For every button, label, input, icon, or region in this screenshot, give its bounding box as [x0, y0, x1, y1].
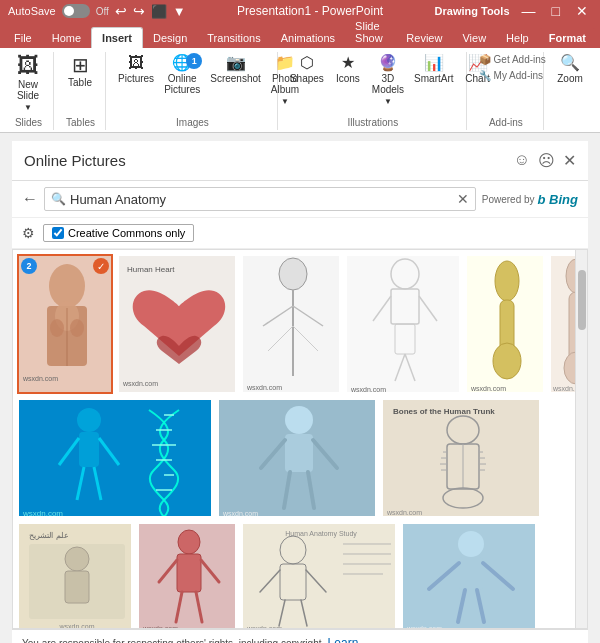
tab-home[interactable]: Home: [42, 28, 91, 48]
drawing-tools-label: Drawing Tools: [435, 5, 510, 17]
illustrations-group-label: Illustrations: [286, 115, 460, 128]
shapes-icon: ⬡: [300, 55, 314, 71]
dialog-wrapper: Online Pictures ☺ ☹ ✕ ← 🔍 ✕ Powered by b…: [0, 133, 600, 643]
zoom-button[interactable]: 🔍 Zoom: [552, 52, 588, 87]
dialog-close-icon[interactable]: ✕: [563, 151, 576, 170]
image-row-3: علم التشريح wsxdn.com: [17, 522, 583, 628]
icons-button[interactable]: ★ Icons: [330, 52, 366, 87]
bones-trunk-svg: Bones of the Human Trunk: [383, 400, 541, 518]
screenshot-icon: 📷: [226, 55, 246, 71]
minimize-button[interactable]: —: [518, 3, 540, 19]
image-cell-torso[interactable]: 2 ✓ wsxdn.com: [17, 254, 113, 394]
redo-icon[interactable]: ↪: [133, 3, 145, 19]
image-cell-limbs[interactable]: wsxdn.com: [465, 254, 545, 394]
tab-view[interactable]: View: [452, 28, 496, 48]
zoom-icon: 🔍: [560, 55, 580, 71]
search-mag-icon: 🔍: [51, 192, 66, 206]
screenshot-button[interactable]: 📷 Screenshot: [206, 52, 265, 87]
back-button[interactable]: ←: [22, 190, 38, 208]
scrollbar[interactable]: [575, 250, 587, 628]
svg-point-39: [77, 408, 101, 432]
filter-icon[interactable]: ⚙: [22, 225, 35, 241]
dropdown-arrow: ▼: [384, 97, 392, 106]
image-cell-sketch[interactable]: Human Anatomy Study w: [241, 522, 397, 628]
footer-bar: You are responsible for respecting other…: [12, 629, 588, 643]
dialog-title: Online Pictures: [24, 152, 126, 169]
heart-svg: Human Heart wsxdn.com: [119, 256, 237, 394]
torso-svg: wsxdn.com: [19, 256, 113, 394]
new-slide-icon: 🖼: [17, 55, 39, 77]
smartart-button[interactable]: 📊 SmartArt: [410, 52, 457, 87]
ribbon-group-illustrations: ⬡ Shapes ★ Icons 🔮 3DModels ▼ 📊 SmartArt: [280, 52, 467, 130]
image-cell-3d-body[interactable]: wsxdn.com: [217, 398, 377, 518]
tab-file[interactable]: File: [4, 28, 42, 48]
svg-rect-40: [79, 432, 99, 467]
close-button[interactable]: ✕: [572, 3, 592, 19]
image-cell-heart[interactable]: Human Heart wsxdn.com: [117, 254, 237, 394]
tables-buttons: ⊞ Table: [62, 52, 98, 115]
ribbon-tab-bar: File Home Insert Design Transitions Anim…: [0, 22, 600, 48]
illustrations-buttons: ⬡ Shapes ★ Icons 🔮 3DModels ▼ 📊 SmartArt: [286, 52, 496, 115]
my-addins-button[interactable]: 🔧 My Add-ins: [475, 68, 550, 83]
svg-text:wsxdn.com: wsxdn.com: [350, 386, 386, 393]
image-cell-skeleton[interactable]: wsxdn.com: [345, 254, 461, 394]
image-cell-blue-body[interactable]: wsxdn.com: [17, 398, 213, 518]
tab-format[interactable]: Format: [539, 28, 596, 48]
limbs-svg: wsxdn.com: [467, 256, 545, 394]
autosave-toggle[interactable]: [62, 4, 90, 18]
sad-icon[interactable]: ☹: [538, 151, 555, 170]
svg-point-12: [279, 258, 307, 290]
creative-commons-checkbox[interactable]: [52, 227, 64, 239]
tab-design[interactable]: Design: [143, 28, 197, 48]
tab-animations[interactable]: Animations: [271, 28, 345, 48]
online-pictures-button[interactable]: 1 🌐 OnlinePictures: [160, 52, 204, 98]
search-clear-button[interactable]: ✕: [457, 191, 469, 207]
pictures-button[interactable]: 🖼 Pictures: [114, 52, 158, 87]
image-cell-arabic[interactable]: علم التشريح wsxdn.com: [17, 522, 133, 628]
image-cell-red-anatomy[interactable]: wsxdn.com: [137, 522, 237, 628]
search-input-wrap: 🔍 ✕: [44, 187, 476, 211]
maximize-button[interactable]: □: [548, 3, 564, 19]
shapes-button[interactable]: ⬡ Shapes: [286, 52, 328, 87]
svg-point-29: [495, 261, 519, 301]
tab-insert[interactable]: Insert: [91, 27, 143, 48]
skeleton-svg: wsxdn.com: [347, 256, 461, 394]
svg-rect-19: [347, 256, 461, 394]
table-button[interactable]: ⊞ Table: [62, 52, 98, 91]
svg-rect-60: [383, 400, 541, 518]
ribbon-group-images: 🖼 Pictures 1 🌐 OnlinePictures 📷 Screensh…: [108, 52, 278, 130]
image-cell-nervous[interactable]: wsxdn.com: [241, 254, 341, 394]
red-anatomy-svg: wsxdn.com: [139, 524, 237, 628]
toolbar-icon-1[interactable]: ⬛: [151, 4, 167, 19]
undo-icon[interactable]: ↩: [115, 3, 127, 19]
title-bar-left: AutoSave Off ↩ ↪ ⬛ ▼: [8, 3, 186, 19]
tab-transitions[interactable]: Transitions: [197, 28, 270, 48]
svg-text:wsxdn.com: wsxdn.com: [142, 625, 178, 628]
sketch-svg: Human Anatomy Study w: [243, 524, 397, 628]
learn-more-link[interactable]: Learn: [328, 636, 359, 643]
disclaimer-row: You are responsible for respecting other…: [22, 636, 578, 643]
svg-point-82: [178, 530, 200, 554]
image-cell-blue-arms[interactable]: wsxdn.com: [401, 522, 537, 628]
smiley-icon[interactable]: ☺: [514, 151, 530, 170]
table-icon: ⊞: [72, 55, 89, 75]
search-input[interactable]: [70, 192, 457, 207]
tab-review[interactable]: Review: [396, 28, 452, 48]
tab-slideshow[interactable]: Slide Show: [345, 16, 396, 48]
3d-models-button[interactable]: 🔮 3DModels ▼: [368, 52, 408, 109]
toolbar-icon-2[interactable]: ▼: [173, 4, 186, 19]
svg-point-5: [50, 319, 64, 337]
slides-buttons: 🖼 NewSlide ▼: [10, 52, 46, 115]
powered-by-text: Powered by: [482, 194, 535, 205]
svg-text:علم التشريح: علم التشريح: [29, 531, 68, 540]
tab-help[interactable]: Help: [496, 28, 539, 48]
new-slide-button[interactable]: 🖼 NewSlide ▼: [10, 52, 46, 115]
image-cell-bones-trunk[interactable]: Bones of the Human Trunk: [381, 398, 541, 518]
svg-text:wsxdn.com: wsxdn.com: [386, 509, 422, 516]
dialog-content: 2 ✓ wsxdn.com: [12, 249, 588, 629]
get-addins-button[interactable]: 📦 Get Add-ins: [475, 52, 550, 67]
slides-group-label: Slides: [10, 115, 47, 128]
images-buttons: 🖼 Pictures 1 🌐 OnlinePictures 📷 Screensh…: [114, 52, 303, 115]
tables-group-label: Tables: [62, 115, 99, 128]
creative-commons-checkbox-label[interactable]: Creative Commons only: [43, 224, 194, 242]
